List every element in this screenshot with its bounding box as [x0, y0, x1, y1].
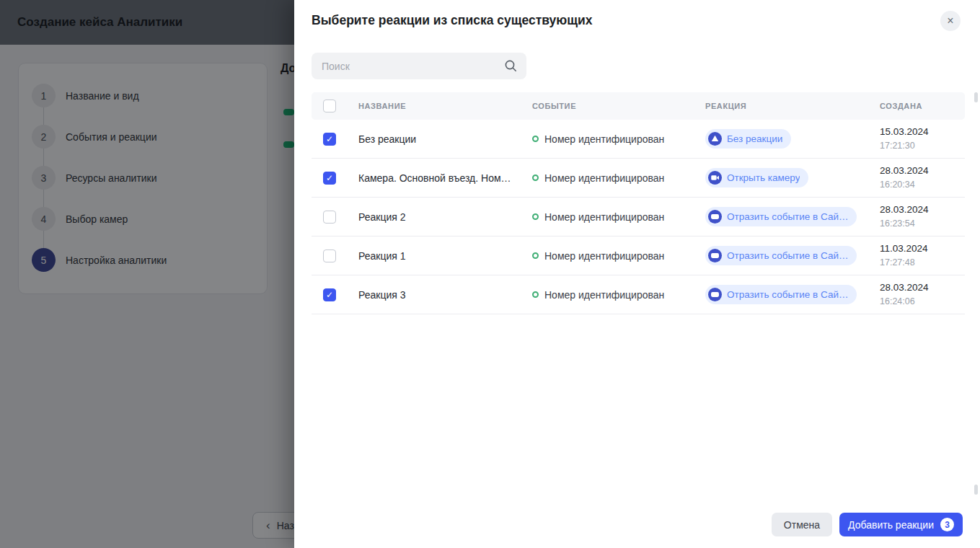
- event-name: Номер идентифицирован: [544, 133, 664, 145]
- selected-count-badge: 3: [940, 518, 954, 531]
- event-name: Номер идентифицирован: [544, 250, 664, 262]
- created-time: 16:20:34: [880, 178, 965, 192]
- event-status-icon: [532, 291, 539, 298]
- created-date: 28.03.2024: [880, 280, 965, 295]
- modal-title: Выберите реакции из списка существующих: [312, 13, 593, 28]
- table-row[interactable]: ✓Камера. Основной въезд. Ном…Номер идент…: [312, 159, 965, 198]
- table-row[interactable]: ✓Реакция 3Номер идентифицированОтразить …: [312, 275, 965, 314]
- table-row[interactable]: Реакция 1Номер идентифицированОтразить с…: [312, 237, 965, 275]
- event-name: Номер идентифицирован: [544, 211, 664, 223]
- reaction-badge-label: Отразить событие в Сай…: [727, 211, 848, 222]
- reaction-badge: Отразить событие в Сай…: [705, 285, 857, 304]
- event-status-icon: [532, 252, 539, 259]
- search-box: [312, 53, 526, 79]
- reactions-table: НАЗВАНИЕ СОБЫТИЕ РЕАКЦИЯ СОЗДАНА ✓Без ре…: [312, 92, 965, 314]
- reaction-name: Без реакции: [358, 133, 532, 145]
- created-date: 28.03.2024: [880, 203, 965, 217]
- reaction-badge: Без реакции: [705, 129, 791, 149]
- column-header-event: СОБЫТИЕ: [532, 102, 705, 110]
- created-time: 17:21:30: [880, 139, 965, 153]
- created-date: 28.03.2024: [880, 164, 965, 178]
- event-status-icon: [532, 136, 539, 142]
- reaction-badge-label: Отразить событие в Сай…: [727, 250, 848, 261]
- scrollbar-thumb[interactable]: [974, 485, 978, 495]
- row-checkbox[interactable]: ✓: [323, 288, 336, 301]
- table-header-row: НАЗВАНИЕ СОБЫТИЕ РЕАКЦИЯ СОЗДАНА: [312, 92, 965, 120]
- row-checkbox[interactable]: ✓: [323, 133, 336, 146]
- event-name: Номер идентифицирован: [544, 289, 664, 301]
- row-checkbox[interactable]: [323, 249, 336, 262]
- event-status-icon: [532, 213, 539, 220]
- alarm-icon: [708, 132, 722, 146]
- reaction-badge: Отразить событие в Сай…: [705, 207, 857, 226]
- close-button[interactable]: ×: [940, 11, 961, 31]
- created-date: 15.03.2024: [880, 125, 965, 139]
- reactions-modal: Выберите реакции из списка существующих …: [294, 0, 980, 548]
- close-icon: ×: [947, 15, 953, 27]
- broadcast-icon: [708, 210, 722, 224]
- add-reactions-label: Добавить реакции: [848, 519, 934, 531]
- table-row[interactable]: ✓Без реакцииНомер идентифицированБез реа…: [312, 120, 965, 159]
- broadcast-icon: [708, 288, 722, 301]
- column-header-reaction: РЕАКЦИЯ: [705, 102, 880, 110]
- row-checkbox[interactable]: [323, 211, 336, 224]
- reaction-name: Реакция 3: [358, 289, 532, 301]
- reaction-badge: Отразить событие в Сай…: [705, 246, 857, 265]
- reaction-badge-label: Без реакции: [727, 133, 782, 144]
- search-icon: [504, 59, 518, 73]
- cancel-button[interactable]: Отмена: [772, 513, 832, 536]
- reaction-badge-label: Открыть камеру: [727, 172, 800, 183]
- column-header-created: СОЗДАНА: [880, 102, 965, 110]
- reaction-name: Камера. Основной въезд. Ном…: [358, 172, 532, 184]
- search-input[interactable]: [312, 53, 526, 79]
- reaction-name: Реакция 1: [358, 250, 532, 262]
- broadcast-icon: [708, 249, 722, 262]
- created-time: 17:27:48: [880, 256, 965, 270]
- scrollbar-thumb[interactable]: [974, 92, 978, 102]
- table-row[interactable]: Реакция 2Номер идентифицированОтразить с…: [312, 198, 965, 237]
- column-header-name: НАЗВАНИЕ: [358, 102, 532, 110]
- created-date: 11.03.2024: [880, 242, 965, 256]
- event-status-icon: [532, 174, 539, 181]
- row-checkbox[interactable]: ✓: [323, 172, 336, 185]
- created-time: 16:24:06: [880, 295, 965, 309]
- event-name: Номер идентифицирован: [544, 172, 664, 184]
- camera-icon: [708, 171, 722, 185]
- add-reactions-button[interactable]: Добавить реакции 3: [839, 513, 963, 536]
- created-time: 16:23:54: [880, 217, 965, 231]
- modal-footer: Отмена Добавить реакции 3: [772, 513, 963, 536]
- select-all-checkbox[interactable]: [323, 100, 336, 112]
- reaction-badge-label: Отразить событие в Сай…: [727, 289, 848, 300]
- screen: Создание кейса Аналитики 1Название и вид…: [0, 0, 980, 548]
- reaction-badge: Открыть камеру: [705, 168, 808, 187]
- reaction-name: Реакция 2: [358, 211, 532, 223]
